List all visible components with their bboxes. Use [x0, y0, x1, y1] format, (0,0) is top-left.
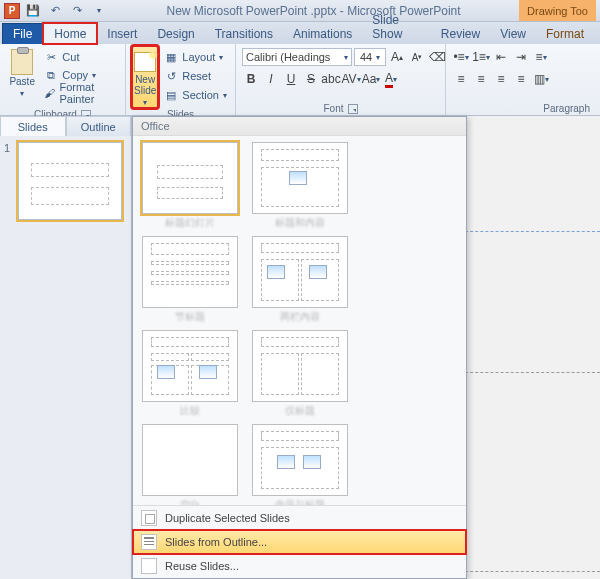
- slide-number: 1: [4, 142, 14, 154]
- pane-tab-outline[interactable]: Outline: [66, 116, 132, 136]
- layout-item[interactable]: 标题幻灯片: [136, 142, 244, 228]
- layout-item[interactable]: 标题和内容: [246, 142, 354, 228]
- pane-tab-slides[interactable]: Slides: [0, 116, 66, 136]
- window-title: New Microsoft PowerPoint .pptx - Microso…: [112, 4, 515, 18]
- gallery-theme-header: Office: [133, 117, 466, 136]
- layout-item[interactable]: 空白: [136, 424, 244, 505]
- reset-button[interactable]: ↺Reset: [162, 67, 229, 85]
- menu-slides-from-outline[interactable]: Slides from Outline...: [133, 530, 466, 554]
- layout-item[interactable]: 仅标题: [246, 330, 354, 416]
- change-case-button[interactable]: Aa▾: [362, 70, 380, 88]
- gallery-footer: Duplicate Selected Slides Slides from Ou…: [133, 505, 466, 578]
- align-center-button[interactable]: ≡: [472, 70, 490, 88]
- new-slide-icon: [134, 52, 156, 72]
- section-button[interactable]: ▤Section▾: [162, 86, 229, 104]
- group-font: Calibri (Headings▾ 44▾ A▴ A▾ ⌫ B I U S a…: [236, 44, 446, 115]
- shrink-font-button[interactable]: A▾: [408, 48, 426, 66]
- layout-icon: ▦: [164, 50, 178, 64]
- layout-item[interactable]: 两栏内容: [246, 236, 354, 322]
- grow-font-button[interactable]: A▴: [388, 48, 406, 66]
- layout-gallery-grid: 标题幻灯片 标题和内容 节标题 两栏内容 比较 仅标题 空白 内容与标题 图片与…: [133, 136, 466, 505]
- scissors-icon: ✂: [44, 50, 58, 64]
- char-spacing-button[interactable]: AV▾: [342, 70, 360, 88]
- reset-icon: ↺: [164, 69, 178, 83]
- slide-thumbnail-1[interactable]: [18, 142, 122, 220]
- drawing-tools-context-tab: Drawing Too: [519, 0, 596, 21]
- title-bar: P 💾 ↶ ↷ ▾ New Microsoft PowerPoint .pptx…: [0, 0, 600, 22]
- redo-icon[interactable]: ↷: [68, 2, 86, 20]
- powerpoint-app-icon: P: [4, 3, 20, 19]
- tab-home[interactable]: Home: [43, 23, 97, 44]
- reuse-icon: [141, 558, 157, 574]
- menu-duplicate-slides[interactable]: Duplicate Selected Slides: [133, 506, 466, 530]
- bullets-button[interactable]: •≡▾: [452, 48, 470, 66]
- decrease-indent-button[interactable]: ⇤: [492, 48, 510, 66]
- font-size-combo[interactable]: 44▾: [354, 48, 386, 66]
- underline-button[interactable]: U: [282, 70, 300, 88]
- paintbrush-icon: 🖌: [44, 86, 55, 100]
- tab-view[interactable]: View: [490, 24, 536, 44]
- shadow-button[interactable]: abc: [322, 70, 340, 88]
- cut-button[interactable]: ✂Cut: [42, 48, 119, 66]
- menu-reuse-slides[interactable]: Reuse Slides...: [133, 554, 466, 578]
- bold-button[interactable]: B: [242, 70, 260, 88]
- increase-indent-button[interactable]: ⇥: [512, 48, 530, 66]
- align-right-button[interactable]: ≡: [492, 70, 510, 88]
- chevron-down-icon: ▾: [143, 98, 147, 107]
- format-painter-button[interactable]: 🖌Format Painter: [42, 84, 119, 102]
- tab-animations[interactable]: Animations: [283, 24, 362, 44]
- slide-canvas-edge: [460, 142, 600, 579]
- undo-icon[interactable]: ↶: [46, 2, 64, 20]
- new-slide-gallery: Office 标题幻灯片 标题和内容 节标题 两栏内容 比较 仅标题 空白 内容…: [132, 116, 467, 579]
- paste-icon: [11, 49, 33, 75]
- save-icon[interactable]: 💾: [24, 2, 42, 20]
- paste-label: Paste: [9, 76, 35, 87]
- tab-review[interactable]: Review: [431, 24, 490, 44]
- layout-item[interactable]: 节标题: [136, 236, 244, 322]
- tab-transitions[interactable]: Transitions: [205, 24, 283, 44]
- tab-format[interactable]: Format: [536, 24, 594, 44]
- columns-button[interactable]: ▥▾: [532, 70, 550, 88]
- group-slides: New Slide ▾ ▦Layout▾ ↺Reset ▤Section▾ Sl…: [126, 44, 236, 115]
- strikethrough-button[interactable]: S: [302, 70, 320, 88]
- ribbon-tabs: File Home Insert Design Transitions Anim…: [0, 22, 600, 44]
- new-slide-label: New Slide: [134, 74, 156, 96]
- layout-item[interactable]: 比较: [136, 330, 244, 416]
- align-left-button[interactable]: ≡: [452, 70, 470, 88]
- clear-formatting-button[interactable]: ⌫: [428, 48, 446, 66]
- copy-icon: ⧉: [44, 68, 58, 82]
- tab-slideshow[interactable]: Slide Show: [362, 10, 430, 44]
- slides-outline-pane: Slides Outline 1: [0, 116, 132, 579]
- quick-access-toolbar: 💾 ↶ ↷ ▾: [24, 2, 108, 20]
- new-slide-button[interactable]: New Slide ▾: [132, 46, 158, 108]
- duplicate-icon: [141, 510, 157, 526]
- justify-button[interactable]: ≡: [512, 70, 530, 88]
- chevron-down-icon: ▾: [20, 89, 24, 98]
- tab-file[interactable]: File: [2, 23, 43, 44]
- tab-insert[interactable]: Insert: [97, 24, 147, 44]
- font-dialog-launcher[interactable]: [348, 104, 358, 114]
- paste-button[interactable]: Paste ▾: [6, 46, 38, 108]
- ribbon: Paste ▾ ✂Cut ⧉Copy▾ 🖌Format Painter Clip…: [0, 44, 600, 116]
- tab-design[interactable]: Design: [147, 24, 204, 44]
- layout-item[interactable]: 内容与标题: [246, 424, 354, 505]
- italic-button[interactable]: I: [262, 70, 280, 88]
- group-paragraph: •≡▾ 1≡▾ ⇤ ⇥ ≡▾ ≡ ≡ ≡ ≡ ▥▾ Paragraph: [446, 44, 600, 115]
- qat-more-icon[interactable]: ▾: [90, 2, 108, 20]
- line-spacing-button[interactable]: ≡▾: [532, 48, 550, 66]
- outline-icon: [141, 534, 157, 550]
- section-icon: ▤: [164, 88, 178, 102]
- group-clipboard: Paste ▾ ✂Cut ⧉Copy▾ 🖌Format Painter Clip…: [0, 44, 126, 115]
- numbering-button[interactable]: 1≡▾: [472, 48, 490, 66]
- font-color-button[interactable]: A▾: [382, 70, 400, 88]
- layout-button[interactable]: ▦Layout▾: [162, 48, 229, 66]
- font-name-combo[interactable]: Calibri (Headings▾: [242, 48, 352, 66]
